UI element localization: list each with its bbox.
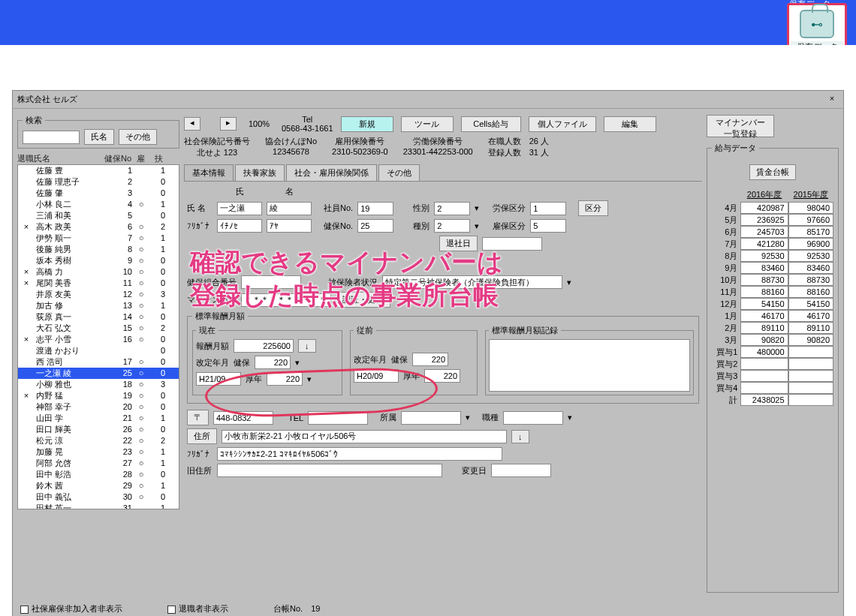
save-data-button[interactable]: 保存データ xyxy=(787,3,847,45)
save-data-button-label: 保存データ xyxy=(791,41,843,45)
briefcase-icon xyxy=(800,10,834,38)
